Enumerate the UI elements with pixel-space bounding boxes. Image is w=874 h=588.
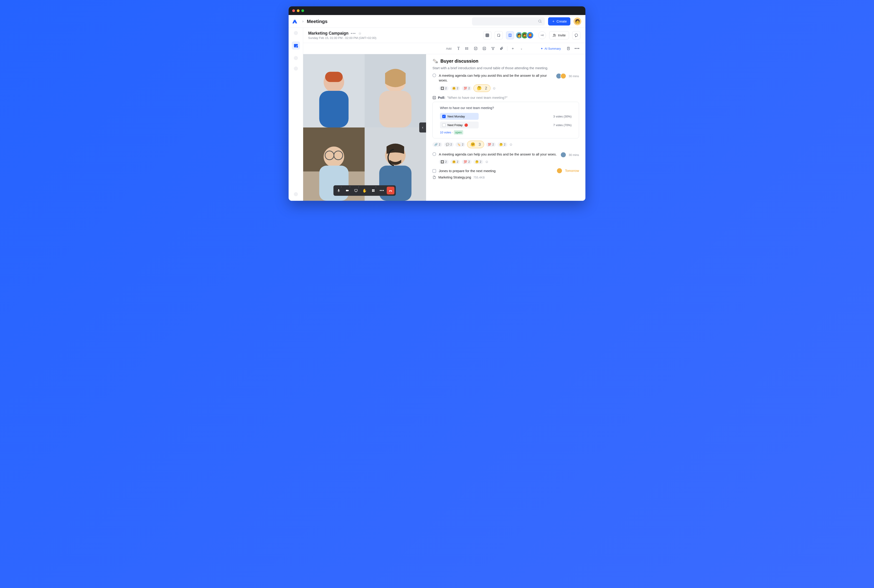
reaction-chip-highlight[interactable]: 🤔 2	[474, 84, 490, 92]
notes-panel: 🗞️ Buyer discussion Start with a brief i…	[426, 54, 585, 201]
sidebar-item[interactable]	[294, 56, 298, 60]
view-card-button[interactable]	[483, 31, 492, 39]
reactions-row: 🔲2 🤗2 💯2 🤔 2 ☺︎	[439, 84, 579, 92]
poll-tool-icon[interactable]	[481, 45, 487, 52]
view-note-button[interactable]	[495, 31, 503, 39]
more-icon[interactable]: •••	[351, 32, 356, 36]
mic-button[interactable]: ⌃	[335, 187, 343, 194]
svg-point-0	[538, 20, 541, 22]
dropdown-icon[interactable]: ⌄	[518, 45, 525, 52]
camera-button[interactable]: ⌃	[343, 187, 351, 194]
svg-rect-47	[346, 190, 348, 192]
close-window-icon[interactable]	[292, 9, 295, 12]
checkbox-checked-icon[interactable]: ✓	[442, 115, 446, 118]
duration: 30 mins	[568, 75, 579, 78]
reaction-chip[interactable]: 🤗2	[450, 86, 460, 91]
sidebar-item[interactable]	[294, 66, 298, 70]
svg-rect-53	[373, 191, 375, 192]
minimize-window-icon[interactable]	[297, 9, 300, 12]
svg-rect-3	[294, 44, 298, 45]
create-button[interactable]: ＋ Create	[548, 17, 570, 26]
add-reaction-icon[interactable]: ☺︎	[492, 86, 496, 90]
assignee-avatars[interactable]	[558, 168, 562, 174]
template-icon[interactable]	[565, 45, 572, 52]
view-board-button[interactable]	[506, 31, 514, 39]
poll-question: When to have our next team meeting?	[440, 106, 571, 110]
svg-point-25	[494, 47, 494, 48]
breadcrumb-chevron-icon: ›	[302, 19, 304, 24]
sidebar	[289, 28, 303, 201]
reaction-chip[interactable]: 🤔2	[474, 160, 483, 164]
search-input[interactable]	[472, 17, 545, 26]
add-reaction-icon[interactable]: ☺︎	[485, 160, 489, 164]
poll-option[interactable]: ✓ Next Monday 3 votes (30%)	[440, 113, 571, 120]
branch-tool-icon[interactable]	[490, 45, 496, 52]
collapse-video-button[interactable]: ‹	[419, 123, 426, 132]
app-window: › Meetings ＋ Create 🧑 Marke	[289, 6, 585, 201]
grid-view-button[interactable]: ⌃	[369, 187, 377, 194]
add-label: Add:	[446, 47, 452, 50]
poll-option[interactable]: Next Friday 🔴 7 votes (70%)	[440, 122, 571, 128]
more-options-button[interactable]: •••	[378, 187, 386, 194]
sidebar-item-calendar[interactable]	[292, 41, 300, 50]
call-controls: ⌃ ⌃ ⌃ ✋ ⌃ •••	[333, 185, 396, 196]
reactions-row: 🔲2 🤗2 💯2 🤔2 ☺︎	[439, 160, 579, 164]
more-icon[interactable]: •••	[574, 45, 580, 52]
reaction-chip[interactable]: 🤗2	[450, 160, 460, 164]
reaction-chip[interactable]: 💯2	[462, 86, 472, 91]
reaction-chip[interactable]: 💯2	[462, 160, 472, 164]
svg-rect-6	[509, 34, 511, 37]
sidebar-item[interactable]	[294, 31, 298, 35]
list-tool-icon[interactable]	[464, 45, 470, 52]
add-more-tool-icon[interactable]: ＋	[510, 45, 516, 52]
raise-hand-button[interactable]: ✋	[361, 187, 369, 194]
end-call-button[interactable]	[387, 187, 394, 194]
chat-button[interactable]	[572, 31, 580, 39]
notes-toolbar: Add: T ＋ ⌄	[303, 43, 585, 54]
attendee-overflow[interactable]: +4	[538, 32, 546, 39]
checkbox-icon[interactable]	[442, 123, 446, 127]
svg-rect-52	[372, 191, 373, 192]
star-icon[interactable]: ☆	[358, 31, 361, 36]
reaction-chip[interactable]: 💬2	[444, 142, 454, 147]
sparkle-icon: ✦	[541, 47, 543, 50]
reaction-chip[interactable]: 💯2	[486, 142, 496, 147]
reaction-chip[interactable]: 🏷️2	[456, 142, 465, 147]
agenda-item[interactable]: A meeting agenda can help you avoid this…	[432, 73, 579, 82]
reactions-row: 🔗2 💬2 🏷️2 🤗 3 💯2 🤔2 ☺︎	[432, 141, 579, 148]
app-logo[interactable]	[291, 18, 298, 25]
text-tool-icon[interactable]: T	[455, 45, 462, 52]
reaction-chip[interactable]: 🤔2	[498, 142, 507, 147]
agenda-item[interactable]: A meeting agenda can help you avoid this…	[432, 152, 579, 158]
checkbox-tool-icon[interactable]	[472, 45, 479, 52]
file-icon	[432, 176, 436, 179]
topbar: › Meetings ＋ Create 🧑	[289, 15, 585, 28]
ai-summary-button[interactable]: ✦ AI Summary	[538, 45, 563, 52]
checkbox-icon[interactable]	[432, 169, 436, 173]
current-user-avatar[interactable]: 🧑	[574, 18, 581, 25]
poll-footer: 10 votes - open	[440, 130, 571, 134]
sidebar-item[interactable]	[294, 192, 298, 196]
attachment-tool-icon[interactable]	[498, 45, 505, 52]
svg-point-24	[492, 47, 493, 48]
reaction-chip-highlight[interactable]: 🤗 3	[467, 141, 484, 148]
share-screen-button[interactable]: ⌃	[352, 187, 360, 194]
maximize-window-icon[interactable]	[301, 9, 304, 12]
assignee-avatars[interactable]	[557, 73, 566, 79]
attendee-avatars[interactable]: 👩 🧔 👩‍🦰	[517, 32, 534, 39]
reaction-chip[interactable]: 🔲2	[439, 86, 448, 91]
invite-button[interactable]: Invite	[549, 31, 569, 39]
invite-label: Invite	[558, 33, 565, 37]
svg-line-1	[541, 22, 541, 23]
svg-point-14	[466, 48, 466, 49]
task-item[interactable]: Jones to prepare for the next meeting To…	[432, 168, 579, 174]
attendee-avatar[interactable]: 👩‍🦰	[526, 32, 534, 39]
radio-icon[interactable]	[432, 152, 436, 156]
file-attachment[interactable]: Marketing Strategy.png 755.4KB	[432, 176, 579, 179]
assignee-avatars[interactable]	[562, 152, 566, 158]
reaction-chip[interactable]: 🔲2	[439, 160, 448, 164]
radio-icon[interactable]	[432, 74, 436, 77]
add-reaction-icon[interactable]: ☺︎	[509, 142, 513, 147]
reaction-chip[interactable]: 🔗2	[432, 142, 442, 147]
meeting-datetime: Sunday Feb 15, 01:00 PM - 02:00 PM (GMT+…	[308, 36, 480, 40]
